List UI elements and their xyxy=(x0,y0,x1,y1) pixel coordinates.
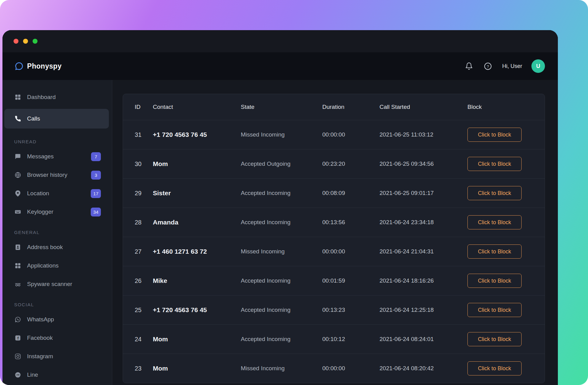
map-pin-icon xyxy=(14,190,22,197)
cell-state: Accepted Incoming xyxy=(241,277,322,284)
cell-contact: Amanda xyxy=(153,219,241,226)
cell-duration: 00:01:59 xyxy=(322,277,379,284)
svg-text:LINE: LINE xyxy=(16,374,20,376)
sidebar-item-label: Dashboard xyxy=(27,94,56,101)
app-header: Phonyspy ? Hi, User U xyxy=(2,52,558,80)
click-to-block-button[interactable]: Click to Block xyxy=(467,274,522,288)
message-bubble-icon xyxy=(14,153,22,160)
cell-duration: 00:23:20 xyxy=(322,161,379,167)
cell-state: Accepted Incoming xyxy=(241,190,322,196)
sidebar-item-whatsapp[interactable]: WhatsApp xyxy=(2,310,112,329)
spy-glasses-icon xyxy=(14,281,22,288)
cell-id: 23 xyxy=(135,365,153,372)
phone-icon xyxy=(14,115,22,122)
table-row: 23 Mom Missed Incoming 00:00:00 2021-06-… xyxy=(123,354,545,383)
cell-state: Accepted Incoming xyxy=(241,307,322,313)
svg-text:f: f xyxy=(17,336,18,340)
cell-call-started: 2021-06-24 18:16:26 xyxy=(379,277,467,284)
column-header-state: State xyxy=(241,104,322,110)
cell-call-started: 2021-06-25 11:03:12 xyxy=(379,131,467,138)
sidebar-item-line[interactable]: LINE Line xyxy=(2,366,112,384)
table-row: 30 Mom Accepted Outgoing 00:23:20 2021-0… xyxy=(123,149,545,178)
cell-duration: 00:13:23 xyxy=(322,307,379,313)
cell-id: 25 xyxy=(135,307,153,314)
cell-duration: 00:00:00 xyxy=(322,365,379,372)
line-icon: LINE xyxy=(14,371,22,378)
calls-table: ID Contact State Duration Call Started B… xyxy=(123,94,545,383)
sidebar-item-spyware-scanner[interactable]: Spyware scanner xyxy=(2,275,112,293)
sidebar-item-label: Address book xyxy=(27,244,63,251)
unread-badge: 17 xyxy=(91,189,101,198)
cell-id: 30 xyxy=(135,161,153,168)
sidebar-item-label: Keylogger xyxy=(27,208,54,215)
click-to-block-button[interactable]: Click to Block xyxy=(467,244,522,259)
cell-id: 27 xyxy=(135,248,153,255)
brand: Phonyspy xyxy=(15,62,62,70)
minimize-window-button[interactable] xyxy=(23,39,28,44)
sidebar-item-address-book[interactable]: Address book xyxy=(2,238,112,256)
column-header-block: Block xyxy=(467,104,545,110)
close-window-button[interactable] xyxy=(14,39,18,44)
sidebar-item-browser-history[interactable]: Browser history 3 xyxy=(2,166,112,184)
cell-duration: 00:13:56 xyxy=(322,219,379,226)
sidebar-item-instagram[interactable]: Instagram xyxy=(2,347,112,366)
sidebar-item-label: Applications xyxy=(27,262,58,269)
cell-id: 26 xyxy=(135,277,153,284)
cell-call-started: 2021-06-24 08:24:01 xyxy=(379,336,467,343)
cell-contact: Sister xyxy=(153,189,241,197)
column-header-duration: Duration xyxy=(322,104,379,110)
facebook-icon: f xyxy=(14,335,22,341)
sidebar: Dashboard Calls UNREAD xyxy=(2,80,112,385)
sidebar-item-messages[interactable]: Messages 7 xyxy=(2,147,112,166)
cell-id: 31 xyxy=(135,131,153,138)
click-to-block-button[interactable]: Click to Block xyxy=(467,215,522,229)
main-area: Dashboard Calls UNREAD xyxy=(2,80,558,385)
cell-id: 28 xyxy=(135,219,153,226)
sidebar-item-applications[interactable]: Applications xyxy=(2,256,112,275)
keyboard-icon xyxy=(14,208,22,215)
address-book-icon xyxy=(14,244,22,251)
sidebar-item-keylogger[interactable]: Keylogger 34 xyxy=(2,203,112,221)
sidebar-item-label: Instagram xyxy=(27,353,53,360)
click-to-block-button[interactable]: Click to Block xyxy=(467,332,522,346)
phonyspy-logo-icon xyxy=(15,62,23,70)
click-to-block-button[interactable]: Click to Block xyxy=(467,157,522,171)
brand-name: Phonyspy xyxy=(27,62,62,70)
sidebar-item-label: Line xyxy=(27,371,38,378)
cell-call-started: 2021-06-25 09:34:56 xyxy=(379,161,467,167)
table-row: 24 Mom Accepted Incoming 00:10:12 2021-0… xyxy=(123,324,545,354)
table-header-row: ID Contact State Duration Call Started B… xyxy=(123,94,545,120)
desktop-background: Phonyspy ? Hi, User U xyxy=(0,0,588,385)
click-to-block-button[interactable]: Click to Block xyxy=(467,361,522,375)
sidebar-item-label: Browser history xyxy=(27,172,67,178)
sidebar-item-location[interactable]: Location 17 xyxy=(2,184,112,203)
app-window: Phonyspy ? Hi, User U xyxy=(2,30,558,385)
cell-duration: 00:00:00 xyxy=(322,248,379,255)
unread-badge: 7 xyxy=(91,152,101,161)
applications-grid-icon xyxy=(14,262,22,269)
click-to-block-button[interactable]: Click to Block xyxy=(467,303,522,317)
cell-state: Missed Incoming xyxy=(241,365,322,372)
sidebar-item-label: WhatsApp xyxy=(27,316,54,323)
user-avatar[interactable]: U xyxy=(531,59,545,73)
cell-contact: Mike xyxy=(153,277,241,284)
notifications-bell-icon[interactable] xyxy=(464,61,474,71)
column-header-id: ID xyxy=(135,104,153,110)
cell-call-started: 2021-06-24 12:25:18 xyxy=(379,307,467,313)
cell-contact: Mom xyxy=(153,365,241,372)
header-actions: ? Hi, User U xyxy=(464,59,545,73)
cell-state: Accepted Incoming xyxy=(241,336,322,343)
sidebar-item-facebook[interactable]: f Facebook xyxy=(2,329,112,347)
zoom-window-button[interactable] xyxy=(33,39,38,44)
help-icon[interactable]: ? xyxy=(483,61,493,71)
cell-id: 24 xyxy=(135,336,153,343)
dashboard-icon xyxy=(14,94,22,101)
sidebar-item-label: Calls xyxy=(27,115,40,122)
sidebar-item-calls[interactable]: Calls xyxy=(4,109,109,129)
cell-duration: 00:10:12 xyxy=(322,336,379,343)
click-to-block-button[interactable]: Click to Block xyxy=(467,186,522,200)
click-to-block-button[interactable]: Click to Block xyxy=(467,128,522,142)
window-titlebar xyxy=(2,30,558,52)
column-header-call-started: Call Started xyxy=(379,104,467,110)
sidebar-item-dashboard[interactable]: Dashboard xyxy=(2,88,112,106)
